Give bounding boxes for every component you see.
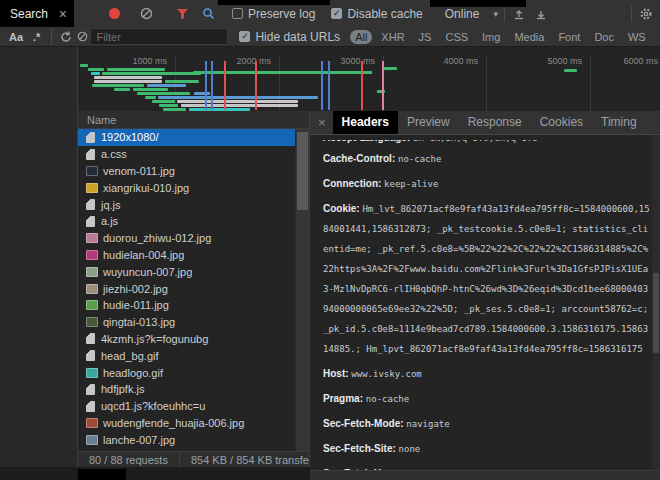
request-row-headlogo.gif[interactable]: headlogo.gif — [78, 364, 295, 381]
request-name: xiangrikui-010.jpg — [103, 182, 189, 194]
preserve-log-label: Preserve log — [248, 7, 315, 21]
request-row-jq.js[interactable]: jq.js — [78, 196, 295, 213]
request-row-head_bg.gif[interactable]: head_bg.gif — [78, 347, 295, 364]
header-sec-fetch-site: Sec-Fetch-Site: none — [323, 438, 650, 458]
details-scrollbar[interactable] — [652, 135, 660, 470]
filter-input[interactable] — [90, 28, 228, 45]
tab-timing[interactable]: Timing — [592, 111, 646, 134]
settings-gear-icon[interactable] — [638, 6, 654, 22]
timeline-tick: 2000 ms — [221, 56, 271, 66]
request-list-panel: Name 1920x1080/a.cssvenom-011.jpgxiangri… — [78, 111, 310, 467]
request-name: jiezhi-002.jpg — [103, 283, 168, 295]
event-line-blue — [211, 61, 213, 110]
request-row-4kzmh.js?k=fogunubg[interactable]: 4kzmh.js?k=fogunubg — [78, 331, 295, 348]
name-column-header[interactable]: Name — [78, 111, 309, 129]
preserve-log-checkbox[interactable]: ✓ Preserve log — [232, 7, 315, 21]
filter-pill-doc[interactable]: Doc — [589, 30, 619, 44]
checkbox-box: ✓ — [232, 8, 243, 19]
search-tab[interactable]: Search × — [0, 0, 74, 27]
event-line-pink — [382, 61, 384, 110]
filter-pill-font[interactable]: Font — [553, 30, 585, 44]
close-search-icon[interactable]: × — [59, 7, 67, 21]
filter-pill-all[interactable]: All — [350, 30, 372, 44]
document-icon — [86, 132, 95, 143]
tab-response[interactable]: Response — [459, 111, 531, 134]
request-row-uqcd1.js?kfoeuhhc=u[interactable]: uqcd1.js?kfoeuhhc=u — [78, 398, 295, 415]
clear-icon[interactable] — [138, 6, 154, 22]
image-icon — [86, 418, 98, 428]
request-name: lanche-007.jpg — [103, 434, 175, 446]
hide-data-urls-checkbox[interactable]: ✓ Hide data URLs — [239, 30, 340, 44]
image-icon — [86, 435, 98, 445]
request-row-hudie-011.jpg[interactable]: hudie-011.jpg — [78, 297, 295, 314]
request-name: 1920x1080/ — [101, 131, 159, 143]
scrollbar-thumb[interactable] — [297, 132, 308, 210]
tab-headers[interactable]: Headers — [333, 111, 398, 134]
timeline-tick: 1000 ms — [117, 56, 167, 66]
request-list: 1920x1080/a.cssvenom-011.jpgxiangrikui-0… — [78, 129, 295, 451]
toolbar-divider — [51, 29, 52, 45]
request-row-wuyuncun-007.jpg[interactable]: wuyuncun-007.jpg — [78, 263, 295, 280]
request-row-jiezhi-002.jpg[interactable]: jiezhi-002.jpg — [78, 280, 295, 297]
throttling-dropdown[interactable]: Online ▾ — [445, 7, 498, 21]
filter-pill-manifest[interactable]: Manifest — [655, 30, 660, 44]
minimap-bar — [177, 100, 298, 103]
tab-cookies[interactable]: Cookies — [531, 111, 592, 134]
filter-icon[interactable] — [174, 6, 190, 22]
filter-pill-css[interactable]: CSS — [440, 30, 473, 44]
image-icon — [86, 284, 98, 294]
headers-content: Accept-Language: zh-CN,zh;q=0.9,en;q=0.8… — [310, 135, 652, 470]
request-details-panel: × HeadersPreviewResponseCookiesTiming Ac… — [310, 111, 660, 480]
header-accept-language: Accept-Language: zh-CN,zh;q=0.9,en;q=0.8 — [323, 140, 650, 145]
document-icon — [86, 149, 95, 160]
minimap-bar — [193, 71, 361, 74]
filter-pill-img[interactable]: Img — [477, 30, 505, 44]
request-row-wudengfende_huajia-006.jpg[interactable]: wudengfende_huajia-006.jpg — [78, 415, 295, 432]
filter-pill-ws[interactable]: WS — [623, 30, 651, 44]
request-name: headlogo.gif — [103, 367, 163, 379]
import-har-icon[interactable] — [511, 6, 527, 22]
close-details-icon[interactable]: × — [310, 115, 333, 130]
resource-type-pills: AllXHRJSCSSImgMediaFontDocWSManifestOthe… — [348, 30, 660, 44]
request-name: wudengfende_huajia-006.jpg — [103, 417, 244, 429]
image-icon — [86, 166, 98, 176]
regex-button[interactable]: .* — [28, 31, 45, 43]
request-row-qingtai-013.jpg[interactable]: qingtai-013.jpg — [78, 314, 295, 331]
document-icon — [86, 333, 95, 344]
export-har-icon[interactable] — [533, 6, 549, 22]
document-icon — [86, 199, 95, 210]
request-row-a.js[interactable]: a.js — [78, 213, 295, 230]
request-row-hdfjpfk.js[interactable]: hdfjpfk.js — [78, 381, 295, 398]
search-icon[interactable] — [200, 6, 216, 22]
bottom-strip — [0, 467, 310, 480]
checkbox-box: ✓ — [239, 31, 250, 42]
filter-pill-js[interactable]: JS — [414, 30, 437, 44]
match-case-button[interactable]: Aa — [4, 31, 28, 43]
request-row-xiangrikui-010.jpg[interactable]: xiangrikui-010.jpg — [78, 179, 295, 196]
request-row-venom-011.jpg[interactable]: venom-011.jpg — [78, 163, 295, 180]
header-sec-fetch-user: Sec-Fetch-User: ?1 — [323, 463, 650, 470]
filter-pill-media[interactable]: Media — [509, 30, 549, 44]
request-row-1920x1080/[interactable]: 1920x1080/ — [78, 129, 295, 146]
minimap-bar — [147, 84, 186, 87]
document-icon — [86, 401, 95, 412]
request-name: qingtai-013.jpg — [103, 316, 175, 328]
request-row-lanche-007.jpg[interactable]: lanche-007.jpg — [78, 431, 295, 448]
devtools-network-panel: Search × ✓ Preserve log ✓ Disable cache … — [0, 0, 660, 480]
request-list-scrollbar[interactable] — [295, 129, 309, 451]
tab-preview[interactable]: Preview — [398, 111, 459, 134]
record-icon[interactable] — [106, 6, 122, 22]
timeline-tick: 3000 ms — [325, 56, 375, 66]
minimap-bar — [382, 67, 397, 70]
scrollbar-thumb[interactable] — [653, 273, 659, 353]
network-overview[interactable]: 1000 ms2000 ms3000 ms4000 ms5000 ms6000 … — [78, 47, 660, 112]
filter-pill-xhr[interactable]: XHR — [376, 30, 409, 44]
clear-search-icon[interactable] — [74, 29, 90, 45]
throttling-value: Online — [445, 7, 480, 21]
request-row-hudielan-004.jpg[interactable]: hudielan-004.jpg — [78, 247, 295, 264]
request-row-duorou_zhiwu-012.jpg[interactable]: duorou_zhiwu-012.jpg — [78, 230, 295, 247]
refresh-icon[interactable] — [58, 29, 74, 45]
disable-cache-checkbox[interactable]: ✓ Disable cache — [331, 7, 422, 21]
request-row-a.css[interactable]: a.css — [78, 146, 295, 163]
image-icon — [86, 317, 98, 327]
